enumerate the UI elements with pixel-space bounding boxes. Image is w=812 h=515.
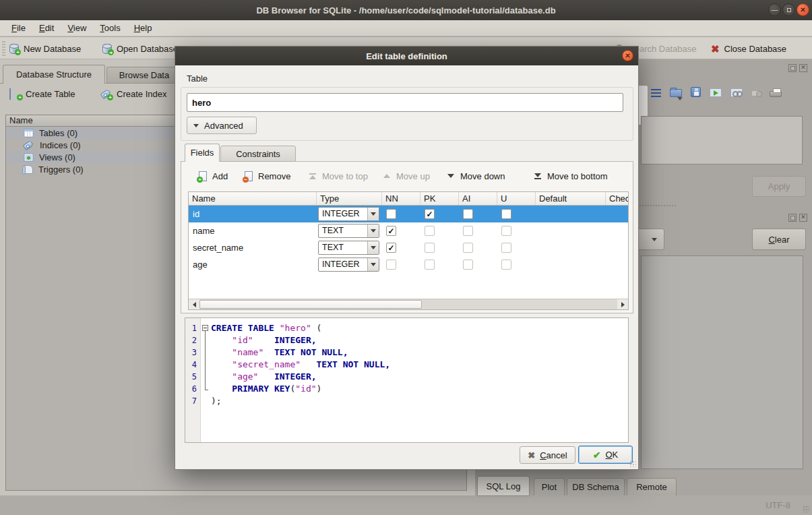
unique-checkbox[interactable] xyxy=(501,226,511,236)
create-index-button[interactable]: Create Index xyxy=(101,89,166,99)
results-box[interactable] xyxy=(641,116,803,164)
toolbar-grip[interactable] xyxy=(2,41,5,56)
pk-checkbox[interactable]: ✓ xyxy=(425,209,435,219)
fold-marker[interactable] xyxy=(200,322,211,334)
column-header-name[interactable]: Name xyxy=(189,192,317,205)
remove-button[interactable]: Remove xyxy=(245,169,290,183)
cancel-button[interactable]: ✖ Cancel xyxy=(520,446,575,464)
field-row-secret-name[interactable]: secret_nameTEXT✓ xyxy=(189,239,628,256)
tab-constraints[interactable]: Constraints xyxy=(220,146,296,162)
check-cell[interactable] xyxy=(606,222,629,239)
check-cell[interactable] xyxy=(606,256,629,273)
field-row-age[interactable]: ageINTEGER xyxy=(189,256,628,273)
field-name-cell[interactable]: age xyxy=(189,256,317,273)
column-header-check[interactable]: Check xyxy=(606,192,629,205)
close-database-button[interactable]: ✖ Close Database xyxy=(711,40,786,57)
pk-checkbox[interactable] xyxy=(425,260,435,270)
ai-checkbox[interactable] xyxy=(463,226,473,236)
bottom-tab-remote[interactable]: Remote xyxy=(627,478,677,496)
column-header-u[interactable]: U xyxy=(497,192,536,205)
field-row-name[interactable]: nameTEXT✓ xyxy=(189,222,628,239)
move-down-button[interactable]: Move down xyxy=(447,169,505,183)
open-database-button[interactable]: Open Database xyxy=(102,40,178,57)
ok-button[interactable]: ✔ OK xyxy=(578,446,633,464)
dialog-close-icon[interactable]: ✕ xyxy=(622,50,633,61)
chevron-down-icon[interactable] xyxy=(367,258,379,271)
column-header-ai[interactable]: AI xyxy=(459,192,497,205)
scrollbar-thumb[interactable] xyxy=(199,300,422,309)
column-header-nn[interactable]: NN xyxy=(382,192,420,205)
pk-checkbox[interactable] xyxy=(425,226,435,236)
field-name-cell[interactable]: id xyxy=(189,206,317,222)
advanced-button[interactable]: Advanced xyxy=(187,117,257,134)
dialog-resize-grip[interactable] xyxy=(629,460,636,467)
close-icon[interactable]: ✕ xyxy=(797,3,809,16)
create-table-button[interactable]: Create Table xyxy=(9,89,75,99)
type-combobox[interactable]: INTEGER xyxy=(318,207,379,221)
menu-tools[interactable]: Tools xyxy=(94,22,126,34)
move-to-bottom-button[interactable]: Move to bottom xyxy=(534,169,608,183)
attach-icon[interactable] xyxy=(730,88,743,97)
save-sql-file-icon[interactable] xyxy=(691,87,701,97)
table-name-input[interactable] xyxy=(187,93,623,112)
column-header-default[interactable]: Default xyxy=(536,192,606,205)
nn-checkbox[interactable]: ✓ xyxy=(386,226,396,236)
dock-close-icon[interactable] xyxy=(799,214,807,222)
scroll-left-icon[interactable] xyxy=(189,299,199,309)
unique-checkbox[interactable] xyxy=(501,243,511,253)
check-cell[interactable] xyxy=(606,239,629,256)
pk-checkbox[interactable] xyxy=(425,243,435,253)
execute-sql-icon[interactable] xyxy=(710,88,722,97)
open-sql-file-icon[interactable] xyxy=(670,89,682,97)
type-combobox[interactable]: TEXT xyxy=(318,241,379,255)
chevron-down-icon[interactable] xyxy=(367,224,379,237)
nn-checkbox[interactable]: ✓ xyxy=(386,243,396,253)
check-cell[interactable] xyxy=(606,206,629,222)
unique-checkbox[interactable] xyxy=(501,209,511,219)
nn-checkbox[interactable] xyxy=(386,260,396,270)
format-sql-icon[interactable] xyxy=(651,89,661,97)
default-cell[interactable] xyxy=(536,239,606,256)
default-cell[interactable] xyxy=(536,206,606,222)
horizontal-scrollbar[interactable] xyxy=(189,299,628,309)
tab-fields[interactable]: Fields xyxy=(185,144,220,162)
unique-checkbox[interactable] xyxy=(501,260,511,270)
tab-browse-data[interactable]: Browse Data xyxy=(106,67,182,84)
ai-checkbox[interactable] xyxy=(463,243,473,253)
menu-edit[interactable]: Edit xyxy=(33,22,60,34)
maximize-icon[interactable] xyxy=(782,3,795,16)
chevron-down-icon[interactable] xyxy=(367,208,379,220)
dock-float-icon[interactable] xyxy=(788,64,797,72)
field-row-id[interactable]: idINTEGER✓ xyxy=(189,206,628,222)
scroll-right-icon[interactable] xyxy=(617,299,628,309)
encoding-indicator[interactable]: UTF-8 xyxy=(766,500,790,510)
menu-file[interactable]: File xyxy=(5,22,32,34)
column-header-pk[interactable]: PK xyxy=(420,192,459,205)
print-icon[interactable] xyxy=(770,91,782,97)
chevron-down-icon[interactable] xyxy=(367,241,379,254)
tab-database-structure[interactable]: Database Structure xyxy=(3,65,105,84)
field-name-cell[interactable]: name xyxy=(189,222,317,239)
clear-button[interactable]: Clear xyxy=(752,229,806,250)
minimize-icon[interactable]: — xyxy=(768,3,781,16)
field-name-cell[interactable]: secret_name xyxy=(189,239,317,256)
resize-grip[interactable] xyxy=(803,506,809,512)
ai-checkbox[interactable] xyxy=(463,209,473,219)
ai-checkbox[interactable] xyxy=(463,260,473,270)
log-box[interactable] xyxy=(641,255,803,469)
default-cell[interactable] xyxy=(536,256,606,273)
menu-view[interactable]: View xyxy=(61,22,92,34)
dock-close-icon[interactable] xyxy=(799,64,807,72)
type-combobox[interactable]: INTEGER xyxy=(318,258,379,272)
fold-collapse-icon[interactable] xyxy=(202,325,208,331)
new-database-button[interactable]: New Database xyxy=(9,40,81,57)
default-cell[interactable] xyxy=(536,222,606,239)
type-combobox[interactable]: TEXT xyxy=(318,224,379,238)
menu-help[interactable]: Help xyxy=(128,22,158,34)
bottom-tab-sql-log[interactable]: SQL Log xyxy=(477,476,530,496)
add-button[interactable]: Add xyxy=(199,169,228,183)
dock-float-icon[interactable] xyxy=(788,214,797,222)
bottom-tab-db-schema[interactable]: DB Schema xyxy=(567,478,625,496)
column-header-type[interactable]: Type xyxy=(317,192,382,205)
sql-preview[interactable]: 1CREATE TABLE "hero" (2 "id" INTEGER,3 "… xyxy=(185,317,629,443)
